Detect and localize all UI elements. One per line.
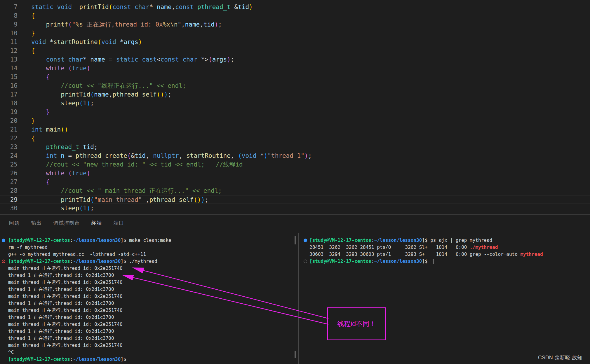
line-number: 14: [0, 64, 18, 73]
command-decoration-run[interactable]: [304, 239, 307, 242]
terminal-line: thread 1 正在运行,thread id: 0x2d1c3700: [0, 314, 297, 321]
terminal-line: thread 1 正在运行,thread id: 0x2d1c3700: [0, 335, 297, 342]
terminal-line: 28451 3262 3262 28451 pts/0 3262 Sl+ 101…: [304, 244, 590, 251]
terminal-cursor: [431, 259, 434, 264]
code-line-11[interactable]: 11void *startRoutine(void *args): [0, 38, 590, 46]
code-text: int main(): [31, 125, 68, 134]
code-line-15[interactable]: 15 {: [0, 73, 590, 81]
terminal-line: 30603 3294 3293 30603 pts/1 3293 S+ 1014…: [304, 251, 590, 258]
line-number: 28: [0, 186, 18, 195]
line-number: 22: [0, 134, 18, 143]
terminal-line: rm -f mythread: [0, 244, 297, 251]
terminal-line: [study@VM-12-17-centos:~/lesson/lesson30…: [0, 237, 297, 244]
terminal-line: main thread 正在运行,thread id: 0x2e251740: [0, 265, 297, 272]
bottom-panel: 问题输出调试控制台终端端口 [study@VM-12-17-centos:~/l…: [0, 214, 590, 364]
code-line-30[interactable]: 30 sleep(1);: [0, 204, 590, 213]
terminal-line: thread 1 正在运行,thread id: 0x2d1c3700: [0, 272, 297, 279]
code-text: }: [31, 29, 35, 38]
code-line-23[interactable]: 23 pthread_t tid;: [0, 143, 590, 151]
line-number: 7: [0, 3, 18, 11]
code-line-26[interactable]: 26 while (true): [0, 169, 590, 178]
annotation-box: 线程id不同！: [327, 307, 386, 340]
code-line-9[interactable]: 9 printf("%s 正在运行,thread id: 0x%x\n",nam…: [0, 20, 590, 29]
code-line-18[interactable]: 18 sleep(1);: [0, 99, 590, 108]
terminal-line: main thread 正在运行,thread id: 0x2e251740: [0, 321, 297, 328]
terminal-scrollbar-mark[interactable]: [295, 236, 296, 244]
code-text: }: [31, 108, 50, 116]
line-number: 25: [0, 160, 18, 169]
watermark: CSDN @新晓·故知: [538, 354, 582, 361]
terminal-line: main thread 正在运行,thread id: 0x2e251740: [0, 293, 297, 300]
command-decoration-run[interactable]: [2, 239, 5, 242]
code-text: printTid(name,pthread_self());: [31, 90, 172, 99]
terminal-line: g++ -o mythread mythread.cc -lpthread -s…: [0, 251, 297, 258]
line-number: 16: [0, 81, 18, 90]
code-lines: 7static void printTid(const char* name,c…: [0, 3, 590, 213]
code-line-24[interactable]: 24 int n = pthread_create(&tid, nullptr,…: [0, 151, 590, 160]
terminal-line: main thread 正在运行,thread id: 0x2e251740: [0, 279, 297, 286]
line-number: 21: [0, 125, 18, 134]
terminal-line: [study@VM-12-17-centos:~/lesson/lesson30…: [0, 356, 297, 363]
code-line-25[interactable]: 25 //cout << "new thread id: " << tid <<…: [0, 160, 590, 169]
line-number: 24: [0, 151, 18, 160]
code-line-19[interactable]: 19 }: [0, 108, 590, 116]
code-text: sleep(1);: [31, 99, 94, 108]
code-text: static void printTid(const char* name,co…: [31, 3, 253, 11]
code-line-16[interactable]: 16 //cout << "线程正在运行..." << endl;: [0, 81, 590, 90]
code-text: while (true): [31, 64, 90, 73]
terminal-line: [study@VM-12-17-centos:~/lesson/lesson30…: [304, 258, 590, 265]
code-text: const char* name = static_cast<const cha…: [31, 55, 234, 64]
code-text: }: [31, 116, 35, 125]
line-number: 13: [0, 55, 18, 64]
terminal-right[interactable]: [study@VM-12-17-centos:~/lesson/lesson30…: [304, 233, 590, 363]
code-line-21[interactable]: 21int main(): [0, 125, 590, 134]
terminal-line: main thread 正在运行,thread id: 0x2e251740: [0, 342, 297, 349]
code-line-7[interactable]: 7static void printTid(const char* name,c…: [0, 3, 590, 11]
line-number: 27: [0, 178, 18, 186]
command-decoration-pending[interactable]: [304, 260, 307, 263]
annotation-label: 线程id不同！: [337, 319, 376, 328]
code-text: while (true): [31, 169, 90, 178]
terminal-line: ^C: [0, 349, 297, 356]
code-line-10[interactable]: 10}: [0, 29, 590, 38]
terminal-left[interactable]: [study@VM-12-17-centos:~/lesson/lesson30…: [0, 233, 297, 363]
terminal-line: main thread 正在运行,thread id: 0x2e251740: [0, 307, 297, 314]
code-line-14[interactable]: 14 while (true): [0, 64, 590, 73]
code-line-12[interactable]: 12{: [0, 46, 590, 55]
terminal-scrollbar-mark[interactable]: [295, 351, 296, 358]
code-line-13[interactable]: 13 const char* name = static_cast<const …: [0, 55, 590, 64]
line-number: 11: [0, 38, 18, 46]
code-line-8[interactable]: 8{: [0, 11, 590, 20]
terminal-line: thread 1 正在运行,thread id: 0x2d1c3700: [0, 328, 297, 335]
code-text: //cout << " main thread 正在运行..." << endl…: [31, 186, 222, 195]
code-text: //cout << "线程正在运行..." << endl;: [31, 81, 186, 90]
line-number: 19: [0, 108, 18, 116]
code-text: printf("%s 正在运行,thread id: 0x%x\n",name,…: [31, 20, 222, 29]
terminal-line: thread 1 正在运行,thread id: 0x2d1c3700: [0, 286, 297, 293]
line-number: 10: [0, 29, 18, 38]
panel-tab-debug-console[interactable]: 调试控制台: [53, 215, 80, 232]
panel-tab-terminal[interactable]: 终端: [91, 215, 102, 232]
line-number: 18: [0, 99, 18, 108]
terminal-line: [study@VM-12-17-centos:~/lesson/lesson30…: [304, 237, 590, 244]
code-text: {: [31, 46, 35, 55]
panel-tab-output[interactable]: 输出: [31, 215, 42, 232]
line-number: 26: [0, 169, 18, 178]
code-line-27[interactable]: 27 {: [0, 178, 590, 186]
code-text: {: [31, 11, 35, 20]
command-decoration-error[interactable]: [2, 260, 5, 263]
code-line-22[interactable]: 22{: [0, 134, 590, 143]
code-editor[interactable]: 7static void printTid(const char* name,c…: [0, 0, 590, 214]
code-line-28[interactable]: 28 //cout << " main thread 正在运行..." << e…: [0, 186, 590, 195]
panel-tab-problems[interactable]: 问题: [9, 215, 20, 232]
code-text: printTid("main thread" ,pthread_self());: [31, 195, 208, 204]
terminal-split-divider[interactable]: [298, 233, 299, 364]
code-line-17[interactable]: 17 printTid(name,pthread_self());: [0, 90, 590, 99]
code-line-20[interactable]: 20}: [0, 116, 590, 125]
panel-tab-ports[interactable]: 端口: [114, 215, 124, 232]
code-line-29[interactable]: 29 printTid("main thread" ,pthread_self(…: [0, 195, 590, 204]
line-number: 30: [0, 204, 18, 213]
line-number: 20: [0, 116, 18, 125]
code-text: void *startRoutine(void *args): [31, 38, 142, 46]
line-number: 29: [0, 195, 18, 204]
